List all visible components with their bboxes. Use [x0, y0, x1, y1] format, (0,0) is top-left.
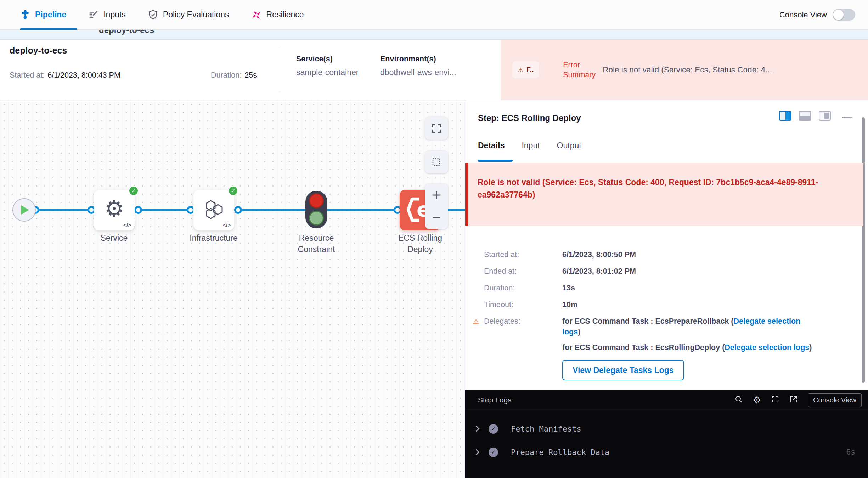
log-success-check-icon: ✓ [489, 448, 498, 457]
delegate-selection-logs-link[interactable]: logs [562, 328, 578, 336]
delegate-entry: for ECS Command Task : EcsRollingDeploy … [562, 342, 849, 353]
log-section-label: Prepare Rollback Data [511, 448, 609, 457]
zoom-out-button[interactable] [425, 206, 448, 229]
failed-warning-icon: ⚠ [518, 66, 523, 74]
canvas-fit-view-button[interactable] [425, 117, 448, 140]
console-view-toggle[interactable] [833, 9, 855, 21]
failed-status-badge: ⚠ F.. [512, 61, 539, 78]
connector-port[interactable] [134, 206, 142, 214]
delegate-entry: for ECS Command Task : EcsPrepareRollbac… [562, 316, 849, 327]
node-service[interactable]: ✓ ⚙ </> [94, 190, 135, 230]
node-label-service: Service [84, 232, 144, 244]
delegates-row: ⚠ Delegates: for ECS Command Task : EcsP… [472, 316, 862, 380]
detail-value: 6/1/2023, 8:01:02 PM [562, 266, 636, 277]
fullscreen-icon[interactable] [771, 395, 779, 405]
top-nav: Pipeline Inputs Policy Evaluations Resil… [0, 0, 868, 30]
delegates-label: Delegates: [484, 316, 562, 380]
services-label: Service(s) [296, 55, 380, 63]
search-icon[interactable] [734, 395, 743, 405]
play-icon [21, 205, 29, 215]
step-details-list: Started at: 6/1/2023, 8:00:50 PM Ended a… [472, 249, 862, 387]
step-panel-title: Step: ECS Rolling Deploy [478, 113, 581, 123]
step-logs-title: Step Logs [478, 396, 512, 404]
detail-label: Timeout: [484, 299, 562, 310]
panel-layout-switcher [779, 111, 831, 121]
settings-gear-icon[interactable]: ⚙ [753, 395, 761, 405]
node-resource-constraint[interactable] [305, 191, 327, 228]
pipeline-canvas[interactable]: ✓ ⚙ </> Service ✓ </> Infrastructure Res… [0, 100, 465, 478]
step-logs-panel: Step Logs ⚙ Console View [465, 390, 868, 478]
log-section-row[interactable]: ✓ Fetch Manifests [473, 422, 855, 435]
step-details-panel: Step: ECS Rolling Deploy Details Input O… [465, 100, 868, 478]
panel-minimize-button[interactable] [842, 117, 852, 118]
environments-column: Environment(s) dbothwell-aws-envi... [380, 40, 501, 100]
node-label-infrastructure: Infrastructure [184, 232, 244, 244]
log-section-duration: 6s [846, 448, 855, 456]
duration-label: Duration: [211, 71, 242, 80]
services-column: Service(s) sample-container [279, 40, 380, 100]
detail-row: Started at: 6/1/2023, 8:00:50 PM [472, 249, 862, 260]
code-icon: </> [123, 222, 131, 228]
step-panel-tabs: Details Input Output [478, 141, 581, 150]
layout-bottom-view-icon[interactable] [799, 111, 811, 121]
node-label-resource-constraint: Resource Constraint [290, 232, 343, 255]
logs-console-view-button[interactable]: Console View [808, 393, 862, 407]
green-light-icon [309, 211, 324, 226]
panel-scrollbar[interactable] [862, 117, 865, 383]
detail-value: 10m [562, 299, 577, 310]
tab-details[interactable]: Details [478, 141, 505, 150]
started-at-label: Started at: [10, 71, 45, 80]
tab-input[interactable]: Input [522, 141, 540, 150]
log-section-label: Fetch Manifests [511, 424, 581, 433]
hexagons-icon [203, 198, 225, 222]
tab-policy-evaluations[interactable]: Policy Evaluations [148, 10, 229, 20]
view-delegate-tasks-logs-button[interactable]: View Delegate Tasks Logs [562, 360, 684, 380]
step-logs-header: Step Logs ⚙ Console View [465, 390, 868, 410]
canvas-zoom-controls [425, 184, 448, 229]
step-error-message: Role is not valid (Service: Ecs, Status … [478, 176, 842, 201]
layout-right-view-icon[interactable] [779, 111, 791, 121]
error-summary-section: ⚠ F.. Error Summary Role is not valid (S… [501, 40, 868, 100]
log-section-row[interactable]: ✓ Prepare Rollback Data 6s [473, 446, 855, 458]
delegate-selection-logs-link[interactable]: Delegate selection [734, 317, 801, 326]
delegate-entry-wrap: logs) [562, 327, 849, 337]
tab-label: Policy Evaluations [163, 10, 229, 20]
pipeline-icon [20, 10, 30, 20]
environments-label: Environment(s) [380, 55, 501, 63]
tab-pipeline[interactable]: Pipeline [20, 10, 66, 20]
tab-output[interactable]: Output [557, 141, 581, 150]
tab-inputs[interactable]: Inputs [88, 10, 126, 20]
delegates-value: for ECS Command Task : EcsPrepareRollbac… [562, 316, 849, 380]
delegates-warning-icon: ⚠ [472, 316, 484, 380]
code-icon: </> [223, 222, 231, 228]
environments-value[interactable]: dbothwell-aws-envi... [380, 68, 501, 77]
node-label-ecs-rolling-deploy: ECS Rolling Deploy [392, 232, 449, 255]
zoom-in-button[interactable] [425, 184, 448, 206]
node-infrastructure[interactable]: ✓ </> [193, 190, 234, 230]
success-check-icon: ✓ [129, 186, 139, 196]
detail-label: Ended at: [484, 266, 562, 277]
canvas-select-region-button[interactable] [425, 151, 448, 173]
tab-label: Inputs [103, 10, 126, 20]
execution-summary: deploy-to-ecs Started at: 6/1/2023, 8:00… [0, 40, 279, 100]
detail-row: Ended at: 6/1/2023, 8:01:02 PM [472, 266, 862, 277]
connector-port[interactable] [234, 206, 242, 214]
detail-label: Duration: [484, 283, 562, 293]
layout-minimized-view-icon[interactable] [819, 111, 831, 121]
delegate-selection-logs-link[interactable]: Delegate selection logs [725, 343, 809, 352]
gear-icon: ⚙ [105, 198, 124, 220]
services-value[interactable]: sample-container [296, 68, 380, 77]
console-view-label: Console View [779, 10, 827, 20]
pipeline-start-node[interactable] [12, 198, 36, 222]
tab-resilience[interactable]: Resilience [251, 10, 304, 20]
detail-label: Started at: [484, 249, 562, 260]
open-in-new-icon[interactable] [789, 395, 798, 405]
duration-value: 25s [244, 71, 257, 80]
detail-row: Timeout: 10m [472, 299, 862, 310]
active-panel-tab-underline [478, 160, 513, 162]
tab-label: Resilience [266, 10, 304, 20]
chevron-right-icon[interactable] [474, 426, 480, 432]
failed-badge-text: F.. [526, 66, 534, 74]
connector-wire [138, 209, 191, 211]
chevron-right-icon[interactable] [474, 449, 480, 455]
